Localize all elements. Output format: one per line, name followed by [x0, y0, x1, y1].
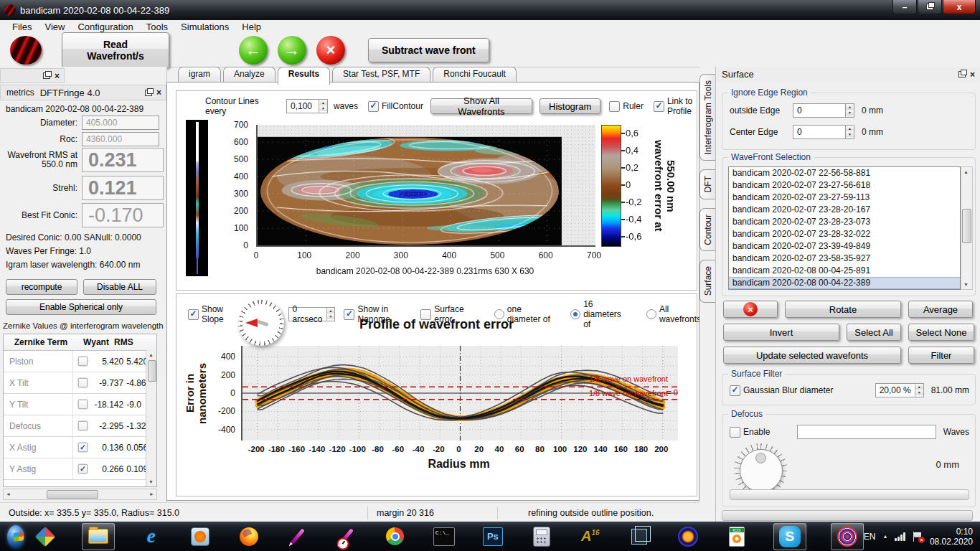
- select-all-button[interactable]: Select All: [847, 324, 901, 341]
- interferogram-icon[interactable]: [10, 36, 42, 65]
- vtab-dft[interactable]: DFT: [699, 169, 715, 199]
- zernike-checkbox[interactable]: [77, 421, 88, 431]
- tab-ronchi-foucault[interactable]: Ronchi Foucault: [433, 67, 517, 83]
- show-all-wavefronts-button[interactable]: Show All Wavefronts: [430, 98, 532, 114]
- next-wavefront-button[interactable]: →: [278, 36, 306, 65]
- vtab-surface[interactable]: Surface: [699, 260, 715, 302]
- action-center-icon[interactable]: ×: [913, 532, 923, 542]
- subtract-wavefront-button[interactable]: Subtract wave front: [368, 38, 489, 62]
- menu-help[interactable]: Help: [235, 21, 268, 33]
- taskbar-cube[interactable]: [627, 524, 651, 549]
- wavefront-list[interactable]: bandicam 2020-02-07 22-56-58-881bandicam…: [728, 166, 961, 290]
- contour-interval-spinner[interactable]: 0,100 ▲▼: [286, 99, 328, 113]
- show-hidden-icons-button[interactable]: ▲: [883, 534, 888, 539]
- network-icon[interactable]: [895, 532, 905, 541]
- taskbar-pen-clock[interactable]: [334, 524, 359, 549]
- column-header[interactable]: Wyant: [78, 337, 114, 347]
- list-item[interactable]: bandicam 2020-02-08 00-04-22-389: [729, 277, 960, 289]
- taskbar-chrome[interactable]: [383, 524, 407, 549]
- defocus-knob[interactable]: [734, 443, 787, 496]
- disable-all-button[interactable]: Disable ALL: [83, 279, 156, 295]
- invert-button[interactable]: Invert: [723, 324, 839, 341]
- recompute-button[interactable]: recompute: [6, 279, 77, 295]
- defocus-enable-checkbox[interactable]: [730, 427, 740, 438]
- table-row[interactable]: Y Astig0.2660.109: [4, 458, 156, 480]
- taskbar-internet-explorer[interactable]: e: [139, 524, 164, 549]
- select-none-button[interactable]: Select None: [908, 324, 974, 341]
- center-edge-field[interactable]: 0: [793, 125, 846, 139]
- gaussian-percent-spinner[interactable]: 20,00 % ▲▼: [875, 383, 924, 397]
- minimize-button[interactable]: –: [892, 0, 917, 14]
- table-row[interactable]: Piston5.4205.420: [4, 351, 156, 372]
- defocus-waves-field[interactable]: [797, 425, 936, 439]
- tab-igram[interactable]: igram: [178, 67, 221, 83]
- panel-horizontal-scrollbar[interactable]: [722, 510, 973, 521]
- read-wavefronts-button[interactable]: Read Wavefront/s: [62, 32, 169, 68]
- list-item[interactable]: bandicam 2020-02-07 23-27-56-618: [729, 179, 960, 192]
- enable-spherical-only-button[interactable]: Enable Spherical only: [6, 299, 156, 315]
- close-icon[interactable]: ×: [970, 71, 975, 78]
- list-item[interactable]: bandicam 2020-02-07 23-58-35-927: [729, 253, 960, 265]
- float-icon[interactable]: [43, 72, 50, 79]
- table-row[interactable]: X Astig0.1360.056: [4, 437, 156, 458]
- close-icon[interactable]: ×: [156, 89, 161, 96]
- filter-button[interactable]: Filter: [908, 347, 974, 364]
- menu-simulations[interactable]: Simulations: [174, 21, 235, 33]
- column-header[interactable]: RMS: [114, 337, 143, 347]
- menu-configuration[interactable]: Configuration: [71, 21, 139, 33]
- wavefront-list-scrollbar[interactable]: ▲ ▼: [961, 166, 973, 290]
- list-item[interactable]: bandicam 2020-02-07 22-56-58-881: [729, 167, 960, 179]
- roc-field[interactable]: 4360.000: [82, 132, 159, 146]
- taskbar-pen[interactable]: [286, 524, 310, 549]
- zernike-horizontal-scrollbar[interactable]: ◄ ►: [3, 489, 157, 500]
- outside-edge-field[interactable]: 0: [793, 103, 846, 118]
- histogram-button[interactable]: Histogram: [540, 98, 600, 114]
- column-header[interactable]: Zernike Term: [4, 337, 78, 347]
- taskbar-skype[interactable]: S: [773, 523, 806, 550]
- taskbar-media-player[interactable]: [188, 524, 212, 549]
- start-button[interactable]: [7, 525, 24, 548]
- taskbar-firefox[interactable]: [237, 524, 261, 549]
- zernike-checkbox[interactable]: [77, 378, 88, 388]
- zernike-vertical-scrollbar[interactable]: ▲ ▼: [146, 350, 156, 486]
- tab-analyze[interactable]: Analyze: [223, 67, 275, 83]
- tab-results[interactable]: Results: [278, 67, 330, 85]
- taskbar-photoshop[interactable]: Ps: [481, 524, 505, 549]
- wavefront-thumbnail[interactable]: [186, 120, 208, 276]
- average-button[interactable]: Average: [908, 301, 973, 318]
- rotate-button[interactable]: Rotate: [785, 301, 901, 318]
- taskbar-git[interactable]: [33, 524, 57, 549]
- metrics-tab[interactable]: metrics: [1, 88, 40, 98]
- contour-plot[interactable]: [256, 125, 595, 247]
- fillcontour-checkbox[interactable]: [368, 101, 379, 112]
- taskbar-ico-file[interactable]: ICO: [725, 524, 749, 549]
- zernike-checkbox[interactable]: [77, 443, 88, 453]
- previous-wavefront-button[interactable]: ←: [239, 36, 268, 65]
- close-icon[interactable]: ×: [55, 72, 60, 80]
- diameter-field[interactable]: 405.000: [82, 116, 159, 130]
- table-row[interactable]: Defocus-2.295-1.32: [4, 415, 156, 437]
- float-icon[interactable]: [145, 90, 152, 96]
- delete-wavefront-button[interactable]: ×: [316, 36, 345, 65]
- language-indicator[interactable]: EN: [864, 532, 876, 542]
- float-icon[interactable]: [958, 71, 966, 77]
- table-row[interactable]: Y Tilt-18.142-9.0: [4, 394, 156, 415]
- zernike-checkbox[interactable]: [77, 464, 88, 474]
- taskbar-dftfringe[interactable]: [831, 523, 864, 550]
- menu-view[interactable]: View: [38, 21, 71, 33]
- list-item[interactable]: bandicam 2020-02-07 23-39-49-849: [729, 240, 960, 253]
- gaussian-blur-checkbox[interactable]: [730, 385, 740, 396]
- vtab-contour[interactable]: Contour: [699, 208, 715, 252]
- defocus-slider[interactable]: [730, 489, 969, 500]
- list-item[interactable]: bandicam 2020-02-07 23-27-59-113: [729, 192, 960, 204]
- taskbar-terminal[interactable]: C:\_: [432, 524, 456, 549]
- link-to-profile-checkbox[interactable]: [654, 101, 664, 112]
- list-item[interactable]: bandicam 2020-02-08 00-04-25-891: [729, 265, 960, 277]
- close-button[interactable]: x: [943, 0, 976, 14]
- zernike-checkbox[interactable]: [77, 400, 88, 410]
- list-item[interactable]: bandicam 2020-02-07 23-28-23-073: [729, 216, 960, 228]
- clock[interactable]: 0:10 08.02.2020: [930, 527, 973, 547]
- menu-tools[interactable]: Tools: [140, 21, 174, 33]
- delete-selected-button[interactable]: ×: [723, 301, 778, 318]
- taskbar-explorer[interactable]: [82, 523, 115, 550]
